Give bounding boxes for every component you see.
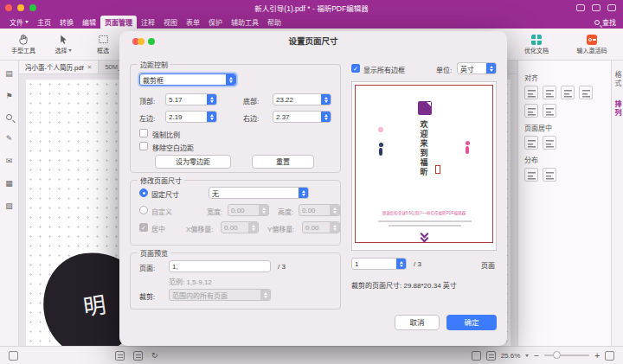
- fixed-size-select[interactable]: 无: [209, 187, 309, 199]
- bottom-margin-label: 底部:: [243, 96, 259, 105]
- pages-label: 页面:: [139, 263, 155, 272]
- panel-toggle-icon[interactable]: [9, 351, 18, 361]
- cancel-button[interactable]: 取消: [395, 315, 440, 330]
- distribute-horizontal-icon[interactable]: [524, 168, 538, 182]
- right-margin-field[interactable]: 2.37: [273, 111, 331, 123]
- tab-view[interactable]: 视图: [159, 16, 182, 29]
- tab-arrange[interactable]: 排列: [613, 100, 622, 118]
- align-right-icon[interactable]: [561, 86, 575, 99]
- margin-box-type-select[interactable]: 裁剪框: [139, 73, 236, 86]
- single-page-icon[interactable]: [115, 351, 125, 361]
- top-margin-field[interactable]: 5.17: [165, 93, 217, 105]
- ok-button[interactable]: 确定: [446, 315, 497, 330]
- show-all-borders-checkbox[interactable]: ✓: [351, 64, 360, 73]
- tab-help[interactable]: 帮助: [263, 16, 286, 29]
- ribbon-search-button[interactable]: 查找: [594, 17, 623, 29]
- zero-margin-button[interactable]: 设为零边距: [155, 155, 231, 169]
- y-offset-field: 0.00: [302, 221, 340, 233]
- foxit-logo-icon: [418, 101, 432, 115]
- stepper-icon[interactable]: [207, 112, 216, 122]
- align-section-title: 对齐: [524, 73, 605, 82]
- pages-input[interactable]: 1,: [169, 260, 271, 272]
- tab-protect[interactable]: 保护: [204, 16, 227, 29]
- marquee-tool-button[interactable]: 框选: [83, 29, 123, 59]
- bottom-margin-field[interactable]: 23.22: [273, 93, 331, 105]
- stepper-icon[interactable]: [396, 259, 406, 269]
- left-margin-field[interactable]: 2.19: [165, 111, 217, 123]
- stepper-icon: [330, 222, 339, 233]
- tab-page-management[interactable]: 页面管理: [100, 16, 137, 29]
- close-icon[interactable]: ✕: [87, 64, 93, 71]
- tab-accessibility[interactable]: 辅助工具: [227, 16, 263, 29]
- tab-convert[interactable]: 转换: [55, 16, 78, 29]
- align-vcenter-icon[interactable]: [524, 104, 538, 118]
- custom-size-label: 自定义: [151, 207, 172, 216]
- attachment-icon[interactable]: ✉: [6, 156, 13, 165]
- annotate-icon[interactable]: ✎: [6, 134, 13, 143]
- tab-file[interactable]: 文件: [5, 16, 33, 29]
- align-hcenter-icon[interactable]: [543, 86, 556, 99]
- align-left-icon[interactable]: [524, 86, 538, 99]
- zoom-out-button[interactable]: −: [534, 351, 539, 361]
- fit-page-icon[interactable]: [486, 351, 496, 361]
- constrain-ratio-checkbox[interactable]: [139, 129, 148, 137]
- x-offset-label: X偏移量:: [186, 224, 214, 233]
- left-panel-rail: ▤ ⚑ ✎ ✉ ▦ ▧: [0, 61, 19, 346]
- stepper-icon[interactable]: [321, 112, 331, 122]
- dropdown-caret-icon: [260, 290, 270, 300]
- statusbar: ↻ 25.6% − +: [0, 346, 623, 364]
- rotate-view-icon[interactable]: ↻: [151, 351, 158, 360]
- fullscreen-icon[interactable]: [605, 351, 614, 361]
- cropped-size-text: 裁剪的页面尺寸: 29.88*20.34 英寸: [351, 280, 457, 290]
- center-horizontal-icon[interactable]: [524, 136, 538, 150]
- zoom-level[interactable]: 25.6%: [501, 352, 521, 360]
- welcome-vertical-title: 欢迎来到福昕: [352, 120, 496, 186]
- hand-icon: [17, 34, 29, 45]
- search-icon[interactable]: [6, 114, 12, 120]
- align-top-icon[interactable]: [579, 86, 593, 99]
- distribute-vertical-icon[interactable]: [543, 168, 556, 182]
- continuous-page-icon[interactable]: [133, 351, 143, 361]
- optimize-icon: [531, 35, 542, 45]
- seal-mark: [435, 165, 440, 174]
- stepper-icon[interactable]: [321, 94, 331, 105]
- remove-white-margin-checkbox[interactable]: [139, 142, 148, 150]
- tab-comment[interactable]: 注释: [137, 16, 159, 29]
- pages-example: 范例: 1,5-9,12: [169, 277, 212, 286]
- tab-form[interactable]: 表单: [182, 16, 204, 29]
- preview-page-stepper[interactable]: 1: [351, 258, 407, 270]
- width-label: 宽度:: [207, 207, 222, 216]
- preview-page-word: 页面: [481, 260, 495, 270]
- doc-tab-resume[interactable]: 冯小惠-个人简历.pdf ✕: [19, 61, 99, 73]
- tab-home[interactable]: 主页: [33, 16, 55, 29]
- crop-range-label: 裁剪:: [139, 291, 155, 301]
- select-tool-button[interactable]: 选择: [43, 29, 83, 59]
- tab-format[interactable]: 格式: [613, 71, 622, 88]
- tab-edit[interactable]: 编辑: [78, 16, 100, 29]
- hand-tool-button[interactable]: 手型工具: [3, 29, 43, 59]
- set-page-size-dialog: 设置页面尺寸 边距控制 裁剪框 顶部: 5.17 底部: 23.22 左边: 2…: [119, 31, 507, 346]
- preview-page-total: / 3: [414, 260, 421, 268]
- search-icon: [594, 20, 600, 25]
- stepper-icon[interactable]: [207, 94, 216, 105]
- thumbnails-icon[interactable]: ▤: [5, 69, 13, 78]
- reset-button[interactable]: 重置: [252, 155, 314, 169]
- center-checkbox: ✓: [139, 223, 148, 232]
- layers-icon[interactable]: ▦: [5, 179, 13, 188]
- fit-width-icon[interactable]: [472, 351, 481, 361]
- optimize-document-button[interactable]: 优化文档: [509, 29, 564, 59]
- unit-select[interactable]: 英寸: [457, 62, 497, 74]
- center-vertical-icon[interactable]: [543, 136, 556, 150]
- stamp-icon[interactable]: ▧: [5, 201, 13, 210]
- key-icon: [587, 35, 597, 45]
- enter-activation-code-button[interactable]: 输入激活码: [564, 29, 620, 59]
- custom-size-radio[interactable]: [139, 206, 148, 214]
- right-tab-strip: 格式 排列: [611, 61, 623, 346]
- stepper-icon: [259, 205, 268, 215]
- zoom-slider[interactable]: [544, 354, 589, 356]
- align-bottom-icon[interactable]: [543, 104, 556, 118]
- zoom-in-button[interactable]: +: [594, 351, 600, 361]
- zoom-slider-knob[interactable]: [553, 351, 561, 359]
- bookmark-icon[interactable]: ⚑: [5, 92, 12, 100]
- fixed-size-radio[interactable]: [139, 188, 148, 197]
